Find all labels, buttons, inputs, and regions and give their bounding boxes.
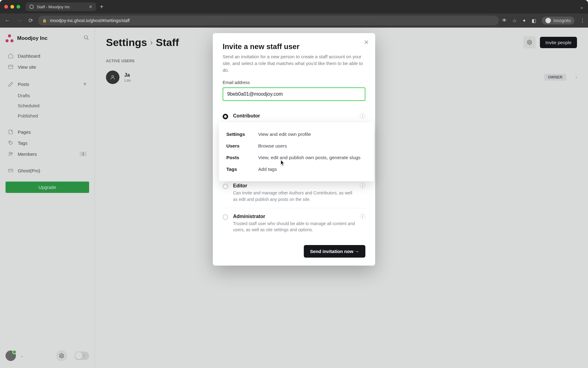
email-input[interactable] — [223, 87, 365, 101]
nav-back-button[interactable]: ← — [3, 17, 12, 24]
modal-close-button[interactable]: ✕ — [364, 39, 369, 46]
role-permissions-tooltip: Settings View and edit own profile Users… — [219, 122, 374, 181]
invite-staff-modal: ✕ Invite a new staff user Send an invita… — [213, 33, 375, 266]
incognito-chip[interactable]: Incognito — [542, 17, 575, 25]
new-tab-button[interactable]: + — [96, 3, 107, 10]
omnibox[interactable]: 🔒 moodjoy-inc.ghost.io/ghost/#/settings/… — [38, 16, 499, 25]
perm-value: View, edit and publish own posts, genera… — [258, 155, 360, 160]
perm-value: Add tags — [258, 167, 277, 172]
window-minimize-dot[interactable] — [10, 5, 14, 9]
window-zoom-dot[interactable] — [17, 5, 20, 9]
bookmark-star-icon[interactable]: ☆ — [512, 18, 517, 24]
lock-icon: 🔒 — [42, 18, 47, 23]
role-name: Editor — [233, 183, 355, 189]
nav-forward-button[interactable]: → — [15, 17, 23, 24]
eye-off-icon[interactable]: 👁 — [502, 18, 507, 23]
perm-value: View and edit own profile — [258, 132, 311, 137]
role-option-editor[interactable]: Editor Can invite and manage other Autho… — [223, 178, 365, 208]
info-icon[interactable]: i — [360, 214, 365, 219]
perm-value: Browse users — [258, 143, 287, 149]
kebab-menu-icon[interactable]: ⋮ — [580, 18, 585, 24]
perm-key: Tags — [226, 167, 250, 172]
address-bar: ← → ⟳ 🔒 moodjoy-inc.ghost.io/ghost/#/set… — [0, 13, 588, 28]
role-description: Can invite and manage other Authors and … — [233, 190, 355, 202]
modal-description: Send an invitation for a new person to c… — [223, 53, 365, 73]
incognito-icon — [545, 18, 551, 23]
tab-favicon — [29, 5, 34, 9]
nav-reload-button[interactable]: ⟳ — [26, 17, 35, 24]
role-name: Administrator — [233, 214, 355, 219]
window-titlebar: Staff - Moodjoy Inc ✕ + ⌄ — [0, 0, 588, 13]
extensions-icon[interactable]: ✦ — [522, 18, 526, 24]
perm-key: Settings — [226, 132, 250, 137]
role-name: Contributor — [233, 113, 355, 119]
send-invitation-button[interactable]: Send invitation now → — [304, 245, 365, 258]
info-icon[interactable]: i — [360, 113, 365, 119]
tabbar-chevron-icon[interactable]: ⌄ — [580, 4, 584, 10]
window-close-dot[interactable] — [4, 5, 8, 9]
radio-checked-icon[interactable] — [223, 114, 228, 119]
radio-unchecked-icon[interactable] — [223, 214, 228, 220]
panel-icon[interactable]: ◧ — [532, 18, 536, 24]
info-icon[interactable]: i — [360, 183, 365, 189]
perm-key: Users — [226, 143, 250, 149]
browser-tab[interactable]: Staff - Moodjoy Inc ✕ — [26, 2, 96, 11]
modal-title: Invite a new staff user — [223, 42, 365, 51]
role-description: Trusted staff user who should be able to… — [233, 220, 355, 233]
tab-title: Staff - Moodjoy Inc — [37, 5, 70, 9]
traffic-lights — [4, 5, 20, 9]
omnibox-url: moodjoy-inc.ghost.io/ghost/#/settings/st… — [50, 18, 130, 23]
role-option-contributor[interactable]: Contributor i Settings View and edit own… — [223, 108, 365, 125]
tab-close-icon[interactable]: ✕ — [89, 4, 92, 9]
email-field-label: Email address — [223, 80, 365, 85]
perm-key: Posts — [226, 155, 250, 160]
radio-unchecked-icon[interactable] — [223, 184, 228, 189]
incognito-label: Incognito — [553, 18, 571, 23]
role-option-administrator[interactable]: Administrator Trusted staff user who sho… — [223, 208, 365, 239]
